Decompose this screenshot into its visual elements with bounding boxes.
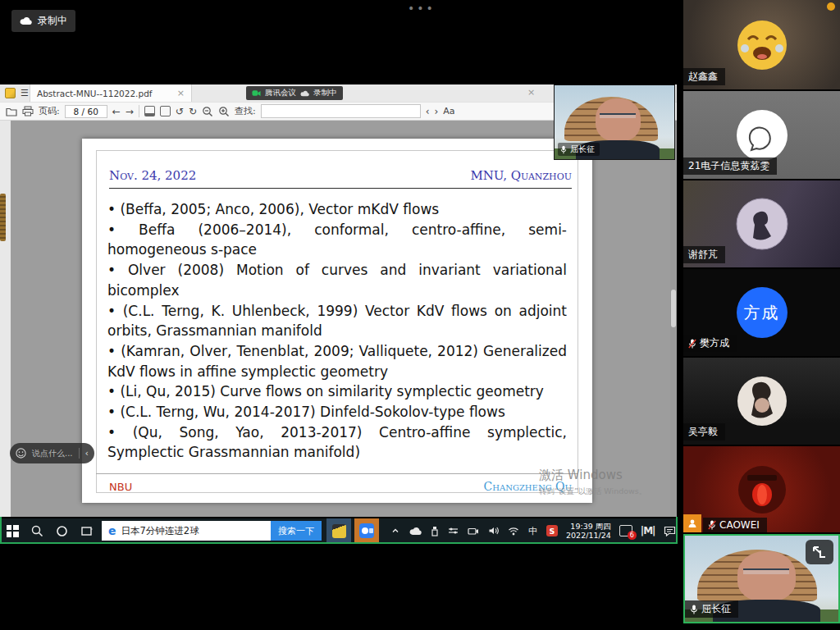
find-input[interactable] (261, 104, 421, 118)
participant-name: CAOWEI (719, 519, 760, 531)
next-page-icon[interactable]: → (126, 106, 134, 117)
clock-time: 19:39 周四 (566, 522, 611, 531)
windows-taskbar: e 日本7分钟连进2球 搜索一下 中 S 19:39 周四 2022/11/24 (0, 518, 677, 543)
task-view-icon[interactable] (74, 518, 98, 543)
muted-microphone-icon (688, 339, 696, 349)
m-letter: M (643, 525, 652, 536)
microphone-icon (690, 605, 698, 614)
laughing-emoji-avatar (737, 20, 788, 71)
search-query-text[interactable]: 日本7分钟连进2球 (121, 525, 272, 537)
participant-name: 21电子信息黄荔雯 (688, 159, 769, 173)
participant-name: 樊方成 (700, 336, 729, 350)
system-tray: 中 S (390, 525, 558, 537)
ime-indicator[interactable]: 中 (528, 525, 537, 537)
match-case-toggle[interactable]: Aa (443, 106, 454, 116)
search-submit-button[interactable]: 搜索一下 (271, 521, 322, 541)
header-rule (109, 188, 572, 189)
cloud-icon (20, 16, 32, 25)
participant-tile[interactable]: 21电子信息黄荔雯 (683, 91, 840, 179)
screen: 录制中 ••• ☰ Abstract-MNU--112022.pdf × Two… (0, 0, 840, 630)
fit-page-icon[interactable] (144, 106, 155, 116)
expand-video-icon[interactable] (806, 540, 833, 564)
clock-date: 2022/11/24 (566, 531, 611, 540)
wifi-icon[interactable] (508, 527, 519, 536)
zoom-in-icon[interactable] (218, 106, 230, 117)
participant-tile[interactable]: 方成 樊方成 (683, 269, 840, 356)
taskbar-pdf-reader-app[interactable] (326, 518, 351, 543)
pdf-app-icon[interactable] (5, 88, 16, 98)
presenter-video-thumbnail[interactable]: 屈长征 (554, 84, 675, 160)
open-file-icon[interactable] (6, 107, 17, 116)
drag-handle[interactable] (0, 194, 6, 241)
active-speaker-tile[interactable]: 屈长征 (683, 534, 840, 623)
glasses (743, 568, 789, 574)
taskbar-meeting-app[interactable] (354, 518, 379, 543)
meeting-recording-overlay: 腾讯会议 录制中 (246, 86, 343, 100)
previous-page-icon[interactable]: ← (112, 106, 121, 117)
zoom-out-icon[interactable] (202, 106, 213, 117)
meeting-app-icon (359, 523, 374, 538)
m-app-icon[interactable]: |M| (641, 525, 655, 536)
menu-icon[interactable]: ☰ (21, 88, 29, 98)
taskbar-corner: 6 |M| (619, 525, 676, 536)
print-icon[interactable] (22, 106, 34, 116)
slide-venue: MNU, Quanzhou (470, 168, 572, 183)
slide-date: Nov. 24, 2022 (109, 168, 196, 183)
rotate-left-icon[interactable]: ↺ (176, 106, 184, 117)
taskbar-clock[interactable]: 19:39 周四 2022/11/24 (566, 522, 611, 540)
slide-page: Nov. 24, 2022 MNU, Quanzhou (Beffa, 2005… (82, 139, 592, 503)
chat-placeholder: 说点什么... (32, 448, 73, 459)
collapse-chevron-icon[interactable]: ‹ (85, 448, 89, 459)
meeting-app-icon (252, 89, 261, 98)
participant-tile[interactable]: 赵鑫鑫 (683, 0, 840, 89)
close-tab-icon[interactable]: × (177, 88, 185, 98)
hidden-icons-chevron[interactable] (390, 526, 400, 536)
sogou-ime-icon[interactable]: S (546, 525, 558, 536)
bullet-item: (C.L. Terng, Wu, 2014-2017) Dinfeld-Soko… (107, 402, 567, 422)
doodle-face-avatar (736, 109, 788, 162)
participant-tile[interactable]: CAOWEI (683, 446, 840, 532)
settings-sliders-icon[interactable] (448, 526, 459, 536)
cortana-icon[interactable] (49, 518, 74, 543)
page-number-input[interactable] (65, 105, 107, 118)
taskbar-search-icon[interactable] (25, 518, 49, 543)
notification-app-icon[interactable]: 6 (619, 525, 632, 536)
cloud-recording-button[interactable]: 录制中 (11, 10, 75, 32)
notification-badge: 6 (628, 531, 637, 540)
participant-name: 谢舒芃 (688, 248, 718, 262)
find-previous-icon[interactable]: ‹ (426, 106, 430, 117)
participants-sidebar: 赵鑫鑫 21电子信息黄荔雯 谢舒芃 方成 (683, 0, 840, 630)
speaker-icon[interactable] (488, 526, 499, 536)
taskbar-search-box[interactable]: e 日本7分钟连进2球 搜索一下 (102, 521, 322, 541)
cloud-tray-icon[interactable] (409, 527, 422, 536)
camera-icon[interactable] (468, 527, 479, 536)
slide-footer: NBU Changzheng Qu (109, 480, 572, 493)
watermark-line2: 转到“设置”以激活 Windows。 (539, 486, 646, 497)
usb-icon[interactable] (431, 526, 439, 536)
participant-tile[interactable]: 吴亭毅 (683, 358, 840, 445)
tab-abstract-pdf[interactable]: Abstract-MNU--112022.pdf × (30, 84, 192, 102)
scrollbar-thumb[interactable] (671, 290, 676, 327)
divider (79, 448, 80, 459)
participant-tile[interactable]: 谢舒芃 (683, 180, 840, 267)
quick-chat-bubble[interactable]: 说点什么... ‹ (10, 443, 94, 463)
tab-label: Abstract-MNU--112022.pdf (37, 89, 153, 98)
bullet-item: (C.L. Terng, K. Uhlenbeck, 1999) Vector … (107, 301, 567, 341)
bullet-item: (Li, Qu, 2015) Curve flows on similarity… (107, 381, 567, 402)
start-button[interactable] (0, 518, 25, 543)
fit-width-icon[interactable] (160, 106, 171, 116)
windows-logo-icon (7, 525, 19, 537)
presenter-head (596, 98, 641, 141)
meeting-toolbar-dots[interactable]: ••• (408, 2, 436, 15)
rotate-right-icon[interactable]: ↻ (189, 106, 197, 117)
windows-activation-watermark: 激活 Windows 转到“设置”以激活 Windows。 (539, 468, 646, 497)
sidebar-strip (0, 121, 11, 517)
close-tab-icon[interactable]: × (527, 87, 535, 98)
find-next-icon[interactable]: › (435, 106, 439, 117)
meeting-app-label: 腾讯会议 (265, 88, 296, 98)
vertical-scrollbar[interactable] (670, 121, 677, 517)
slide-footer-left: NBU (109, 481, 132, 493)
action-center-icon[interactable] (664, 526, 676, 536)
microphone-icon (560, 145, 567, 154)
silhouette-avatar (736, 198, 788, 250)
